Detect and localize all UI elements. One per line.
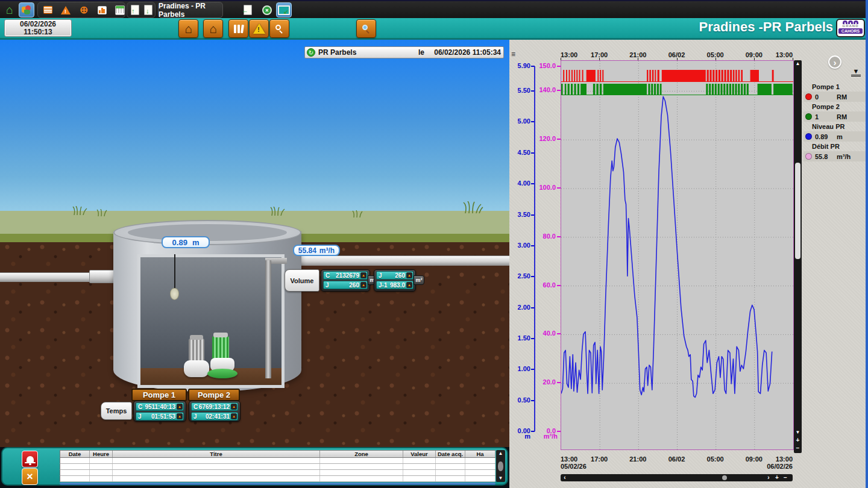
alarm-table-scrollbar[interactable]: ▲ ▼ [496,450,505,482]
legend-series-name: Débit PR [804,142,867,151]
pump1-header: Pompe 1 [131,389,187,401]
scroll-right-icon[interactable]: › [766,474,772,481]
view-header: ↻ PR Parbels le 06/02/2026 11:05:34 [304,46,504,58]
legend-series-value-row[interactable]: 1RM [804,111,867,122]
scroll-down-icon[interactable]: ▼ [794,429,802,436]
grass-tuft [463,201,483,213]
level-axis-line [534,66,535,431]
alarm-table-cell [465,470,495,475]
scroll-down-icon[interactable]: ▼ [497,475,505,482]
level-tick-label: 2.50 [511,272,530,280]
search-button[interactable] [269,19,289,38]
window-border [866,0,868,488]
pump2-header: Pompe 2 [188,389,240,401]
level-tick-label: 3.00 [511,242,530,249]
legend-series-name: Pompe 2 [804,102,867,111]
legend-series-value-row[interactable]: 0RM [804,92,867,102]
trend-icon[interactable]: ▲ [360,272,366,278]
alarm-table-cell [60,470,90,475]
archives-button[interactable] [228,19,248,38]
legend-series-value-row[interactable]: 55.8m³/h [804,151,867,161]
scroll-left-icon[interactable]: ‹ [562,474,568,481]
remote-screen-icon[interactable]: ↙ [276,2,292,17]
alarm-table-cell [436,458,465,463]
volume-daily-panel: J260▲ J-1983.0▲ [374,269,416,292]
alarm-column-header: Date [60,451,90,457]
series-color-icon [805,113,812,120]
zoom-in-icon[interactable]: + [774,474,780,481]
alarm-table-hscrollbar[interactable] [60,483,495,485]
trend-icon[interactable]: ▲ [231,413,237,419]
series-current-value: 1 [815,113,837,120]
alarm-column-header: Date acq. [436,451,465,457]
calendar-icon[interactable] [112,2,128,17]
flow-tick-label: 20.0 [536,378,556,386]
home-icon[interactable]: ⌂ [2,2,17,17]
alarm-table-cell [320,470,403,475]
series-unit: m [837,133,843,140]
date-text: 06/02/2026 [5,20,71,28]
alarm-warning-button[interactable]: ! [249,19,269,38]
time-label-bottom: 13:00 [561,455,587,463]
flow-value-label: 55.84m³/h [293,245,340,256]
doc-action-icon[interactable]: ← [240,2,256,17]
zoom-in-icon[interactable]: + [794,437,802,444]
trend-icon[interactable]: ▲ [177,413,183,419]
scroll-up-icon[interactable]: ▲ [794,60,802,67]
trend-icon[interactable]: ▲ [231,404,237,410]
scrollbar-thumb[interactable] [795,163,800,259]
level-sensor-probe [170,288,179,300]
chart-report-icon[interactable] [94,2,110,17]
app-logo-icon[interactable] [19,2,34,17]
alarm-bell-button[interactable] [22,451,38,468]
expand-legend-button[interactable]: › [828,55,841,69]
pump2-day-time: J02:41:31▲ [191,412,238,421]
time-label-bottom: 09:00 [741,455,767,463]
volume-button[interactable]: Volume [285,269,319,292]
legend-series-value-row[interactable]: 0.89m [804,131,867,142]
level-tick-label: 5.00 [511,117,530,125]
alarm-table-cell [90,476,113,481]
zoom-out-icon[interactable]: − [794,445,802,452]
series-current-value: 55.8 [815,153,837,160]
trend-hscrollbar[interactable]: ‹ › + − [561,474,793,481]
view-timestamp: 06/02/2026 11:05:34 [434,48,501,57]
scroll-up-icon[interactable]: ▲ [497,450,505,457]
warning-triangle-icon: ! [253,23,265,34]
refresh-icon[interactable]: ↻ [307,48,315,57]
legend-series-name: Pompe 1 [804,82,867,92]
level-tick-label: 2.00 [511,304,530,311]
alarm-table-cell [320,464,403,469]
doc-export-icon[interactable]: ↓ [140,2,156,17]
flow-axis-unit: m³/h [536,433,558,440]
globe-icon[interactable]: ⊕ [76,2,92,17]
plot-area[interactable] [561,60,794,450]
alarm-list-icon[interactable]: ! [58,2,74,17]
zoom-out-icon[interactable]: − [782,474,788,481]
list-view-icon[interactable] [40,2,55,17]
toolbar-window-title: Pradines - PR Parbels [158,2,223,18]
time-text: 11:50:13 [5,28,71,36]
alarm-ack-button[interactable]: × [22,468,38,485]
pump2-total-time: C6769:13:12▲ [191,402,238,411]
trend-icon[interactable]: ▲ [177,404,183,410]
level-value-label: 0.89m [162,236,210,248]
export-download-icon[interactable]: ▼ [851,69,861,77]
home-button-1[interactable]: ⌂ [178,19,198,38]
trend-icon[interactable]: ▲ [406,282,412,288]
compass-icon[interactable]: + [259,2,275,17]
trend-icon[interactable]: ▲ [360,282,366,288]
screen: ⌂ ! ⊕ [0,0,868,488]
bell-icon [27,456,34,462]
trend-vscrollbar[interactable]: ▲ ▼ + − [794,60,802,453]
home-button-2[interactable]: ⌂ [203,19,223,38]
alarm-table-cell [465,458,495,463]
zoom-search-button[interactable] [356,19,376,38]
trend-icon[interactable]: ▲ [406,272,412,278]
alarm-table-row [60,458,495,464]
temps-button[interactable]: Temps [101,402,132,420]
pump2-motor [212,336,229,359]
scrollbar-thumb[interactable] [498,461,503,471]
alarm-column-header: Valeur [403,451,436,457]
scrollbar-thumb[interactable] [722,475,727,480]
